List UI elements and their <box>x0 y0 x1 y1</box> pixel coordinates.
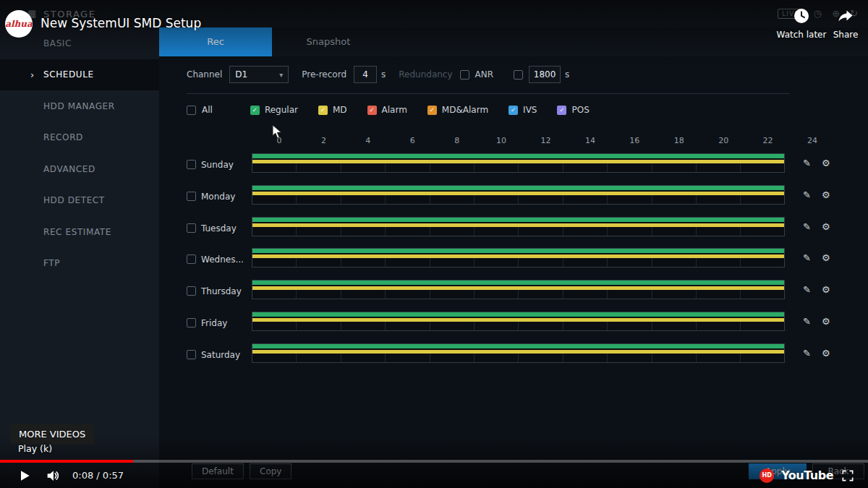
edit-icon[interactable]: ✎ <box>803 252 811 263</box>
ivs-checkbox[interactable]: ✓ <box>509 106 518 115</box>
sidebar-item-record[interactable]: RECORD <box>0 122 159 154</box>
settings-icon[interactable]: ⚙ <box>822 158 830 168</box>
settings-icon[interactable]: ⚙ <box>822 252 830 263</box>
day-label: Sunday <box>201 160 234 170</box>
share-label: Share <box>824 30 867 40</box>
day-checkbox[interactable] <box>187 192 196 201</box>
day-checkbox[interactable] <box>187 286 196 296</box>
day-checkbox[interactable] <box>187 160 196 169</box>
schedule-bar[interactable] <box>252 343 785 363</box>
video-title[interactable]: New SystemUI SMD Setup <box>41 16 201 30</box>
sidebar-item-ftp[interactable]: FTP <box>0 248 159 280</box>
settings-icon[interactable]: ⚙ <box>822 348 830 359</box>
watch-later-clock-icon <box>793 7 810 25</box>
watch-later-label: Watch later <box>776 30 827 40</box>
anr-label: ANR <box>475 69 494 80</box>
day-checkbox[interactable] <box>187 223 196 233</box>
volume-button[interactable] <box>45 468 61 484</box>
pre-record-label: Pre-record <box>302 69 346 80</box>
sidebar: BASIC › SCHEDULE HDD MANAGER RECORD ADVA… <box>0 27 159 488</box>
legend-label: MD <box>333 105 347 115</box>
hour-tick: 8 <box>454 136 459 145</box>
all-checkbox[interactable] <box>187 106 196 115</box>
sidebar-item-hdd-detect[interactable]: HDD DETECT <box>0 185 159 217</box>
pos-checkbox[interactable]: ✓ <box>557 106 566 115</box>
legend-item-alarm[interactable]: ✓Alarm <box>367 105 407 115</box>
schedule-row-saturday: Saturday ✎ ⚙ <box>159 339 868 371</box>
controls-row: Channel D1 ▾ Pre-record s Redundancy ANR… <box>187 65 582 84</box>
sidebar-item-label: RECORD <box>43 132 83 142</box>
chevron-down-icon: ▾ <box>279 71 283 79</box>
legend-item-ivs[interactable]: ✓IVS <box>509 105 537 115</box>
legend-item-md[interactable]: ✓MD <box>318 105 347 115</box>
sidebar-item-label: BASIC <box>43 38 72 48</box>
bar-grid <box>252 322 784 330</box>
day-checkbox[interactable] <box>187 254 196 264</box>
bar-grid <box>252 195 784 204</box>
pre-record-input[interactable] <box>354 66 377 83</box>
edit-icon[interactable]: ✎ <box>803 284 811 295</box>
current-time: 0:08 <box>72 470 93 481</box>
player-controls: 0:08 / 0:57 <box>0 463 868 488</box>
size-toggle-icon[interactable] <box>841 468 855 483</box>
channel-label: Channel <box>187 69 222 80</box>
channel-value: D1 <box>235 69 247 80</box>
share-arrow-icon <box>837 7 854 25</box>
settings-icon[interactable]: ⚙ <box>822 316 830 327</box>
hour-tick: 16 <box>629 136 639 145</box>
mdalarm-checkbox[interactable]: ✓ <box>427 106 437 115</box>
bar-grid <box>252 258 784 267</box>
channel-select[interactable]: D1 ▾ <box>229 66 289 83</box>
sidebar-item-rec-estimate[interactable]: REC ESTIMATE <box>0 216 159 248</box>
schedule-bar[interactable] <box>252 312 785 331</box>
schedule-bar[interactable] <box>252 185 785 205</box>
edit-icon[interactable]: ✎ <box>803 348 811 359</box>
schedule-bar[interactable] <box>252 153 785 173</box>
video-player: ▦ STORAGE LIVE ◷ ⊕ ↻ BASIC › SCHEDULE HD… <box>0 0 868 488</box>
schedule-bar[interactable] <box>252 217 785 236</box>
anr-period-input[interactable] <box>529 66 561 83</box>
settings-icon[interactable]: ⚙ <box>822 221 830 232</box>
play-button[interactable] <box>17 468 32 483</box>
sidebar-item-label: SCHEDULE <box>43 69 94 80</box>
schedule-bar[interactable] <box>252 280 785 299</box>
volume-icon <box>45 468 61 484</box>
channel-avatar[interactable]: alhua <box>5 10 33 38</box>
sidebar-item-advanced[interactable]: ADVANCED <box>0 153 159 185</box>
legend-item-regular[interactable]: ✓Regular <box>250 105 298 115</box>
watch-later-button[interactable]: Watch later <box>776 7 827 40</box>
legend-item-pos[interactable]: ✓POS <box>557 105 589 115</box>
anr-period-checkbox[interactable] <box>514 70 523 80</box>
hour-tick: 20 <box>718 136 728 145</box>
schedule-row-monday: Monday ✎ ⚙ <box>159 181 868 213</box>
tab-rec[interactable]: Rec <box>159 27 272 56</box>
day-label: Friday <box>201 318 227 328</box>
time-separator: / <box>93 470 103 481</box>
edit-icon[interactable]: ✎ <box>803 316 811 327</box>
edit-icon[interactable]: ✎ <box>803 221 811 232</box>
settings-icon[interactable]: ⚙ <box>822 189 830 200</box>
day-checkbox[interactable] <box>187 350 196 359</box>
legend-item-mdalarm[interactable]: ✓MD&Alarm <box>427 105 488 115</box>
sidebar-item-schedule[interactable]: › SCHEDULE <box>0 59 159 91</box>
dvr-ui: ▦ STORAGE LIVE ◷ ⊕ ↻ BASIC › SCHEDULE HD… <box>0 0 868 488</box>
settings-icon[interactable]: ⚙ <box>822 284 830 295</box>
day-label: Wednes... <box>201 254 244 265</box>
edit-icon[interactable]: ✎ <box>803 189 811 200</box>
hour-tick: 4 <box>365 136 370 145</box>
day-checkbox[interactable] <box>187 318 196 328</box>
edit-icon[interactable]: ✎ <box>803 158 811 168</box>
schedule-bar[interactable] <box>252 248 785 267</box>
legend-label: Regular <box>265 105 298 115</box>
share-button[interactable]: Share <box>824 7 867 40</box>
sidebar-item-hdd-manager[interactable]: HDD MANAGER <box>0 90 159 122</box>
hour-tick: 22 <box>763 136 773 145</box>
regular-checkbox[interactable]: ✓ <box>250 106 260 115</box>
more-videos-button[interactable]: MORE VIDEOS <box>10 424 94 445</box>
day-label: Saturday <box>201 350 240 360</box>
tab-snapshot[interactable]: Snapshot <box>272 27 385 56</box>
alarm-checkbox[interactable]: ✓ <box>367 106 377 115</box>
youtube-logo[interactable]: YouTube <box>781 468 833 482</box>
md-checkbox[interactable]: ✓ <box>318 106 328 115</box>
anr-checkbox[interactable] <box>460 70 469 80</box>
